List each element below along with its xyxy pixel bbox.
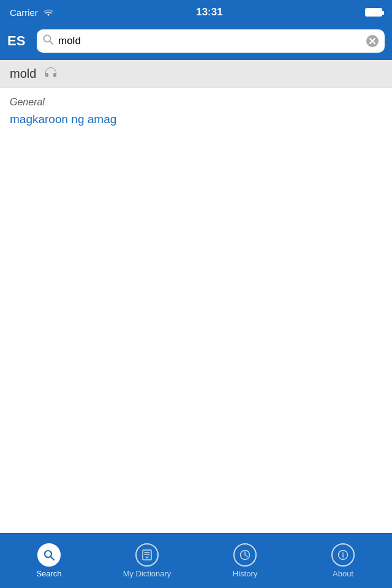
- search-input[interactable]: [58, 35, 366, 47]
- history-tab-icon: [233, 543, 257, 567]
- tab-bar: Search My Dictionary History: [0, 533, 392, 588]
- tab-my-dictionary[interactable]: My Dictionary: [98, 533, 196, 588]
- svg-line-5: [51, 557, 54, 560]
- search-tab-icon: [37, 543, 61, 567]
- headphone-icon[interactable]: [43, 66, 58, 81]
- tab-about[interactable]: About: [294, 533, 392, 588]
- tab-history-label: History: [233, 569, 257, 578]
- svg-point-11: [342, 552, 344, 554]
- translation-section: General magkaroon ng amag: [0, 88, 392, 132]
- tab-about-label: About: [333, 569, 353, 578]
- status-left: Carrier: [10, 7, 54, 18]
- clear-button[interactable]: [366, 35, 379, 47]
- battery-fill: [366, 9, 381, 15]
- tab-search[interactable]: Search: [0, 533, 98, 588]
- language-badge: ES: [7, 33, 29, 49]
- category-label: General: [10, 97, 382, 108]
- status-bar: Carrier 13:31: [0, 0, 392, 24]
- tab-search-label: Search: [36, 569, 61, 578]
- wifi-icon: [43, 7, 54, 18]
- word-title: mold: [10, 67, 36, 81]
- translation-text: magkaroon ng amag: [10, 113, 382, 126]
- carrier-label: Carrier: [10, 7, 38, 18]
- status-right: [365, 8, 382, 17]
- content-area: mold General magkaroon ng amag: [0, 60, 392, 132]
- tab-history[interactable]: History: [196, 533, 294, 588]
- about-tab-icon: [331, 543, 355, 567]
- tab-my-dictionary-label: My Dictionary: [123, 569, 172, 578]
- word-header-row: mold: [0, 60, 392, 88]
- search-bar: [37, 29, 385, 53]
- search-icon: [43, 34, 53, 48]
- battery-icon: [365, 8, 382, 17]
- svg-line-1: [50, 41, 53, 44]
- my-dictionary-tab-icon: [135, 543, 159, 567]
- status-time: 13:31: [196, 6, 222, 18]
- search-header: ES: [0, 24, 392, 60]
